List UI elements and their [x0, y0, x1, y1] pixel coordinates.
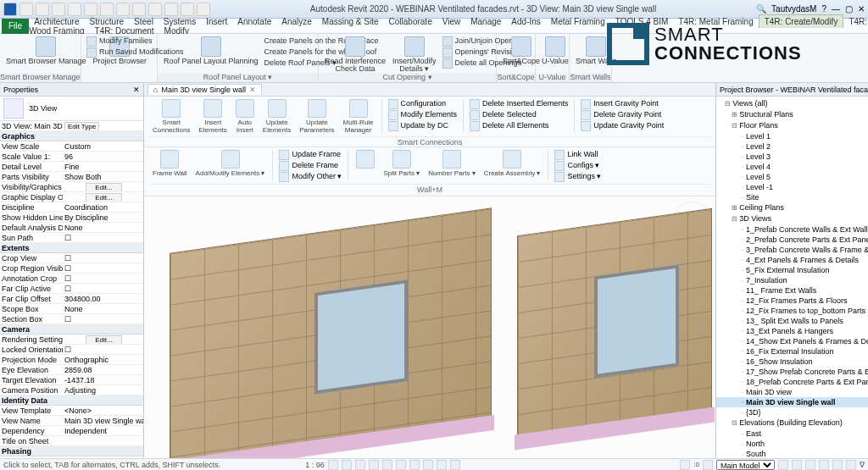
select-face-icon[interactable] [832, 460, 843, 470]
prop-row[interactable]: Visibility/Graphics Over...Edit... [0, 182, 143, 192]
tree-node[interactable]: 3D Views [716, 213, 868, 224]
tree-node[interactable]: 4_Ext Panels & Frames & Details [716, 255, 868, 265]
tree-node[interactable]: 2_Prefab Concrete Parts & Ext Panels [716, 235, 868, 245]
insert-modify-details-button[interactable]: Insert/ModifyDetails ▾ [390, 36, 439, 74]
visual-style-icon[interactable] [342, 460, 352, 470]
save-icon[interactable] [36, 3, 49, 16]
editable-only-icon[interactable] [778, 460, 788, 470]
tree-node[interactable]: 13_ Split Ext Walls to Panels [716, 316, 868, 326]
tree-node[interactable]: Level -1 [716, 182, 868, 192]
lock-3d-icon[interactable] [423, 460, 433, 470]
delete-gravity-point-button[interactable]: Delete Gravity Point [579, 109, 665, 120]
tree-node[interactable]: Site [716, 192, 868, 202]
scale-label[interactable]: 1 : 96 [305, 461, 325, 469]
prop-row[interactable]: Crop View☐ [0, 253, 143, 263]
configs--button[interactable]: Configs ▾ [553, 160, 603, 171]
tree-node[interactable]: 16_Fix External Insulation [716, 346, 868, 357]
tree-node[interactable]: 17_Show Prefab Concrete Parts & Ext Pane… [716, 367, 868, 377]
print-icon[interactable] [100, 3, 114, 16]
link-wall-button[interactable]: Link Wall [553, 149, 603, 160]
number-parts-button[interactable]: Number Parts ▾ [425, 149, 479, 182]
selection-count-icon[interactable] [680, 460, 690, 470]
redo-icon[interactable] [84, 3, 97, 16]
prop-row[interactable]: View ScaleCustom [0, 141, 143, 152]
temphide-icon[interactable] [437, 460, 447, 470]
tree-node[interactable]: South [716, 449, 868, 458]
prop-row[interactable]: DisciplineCoordination [0, 202, 143, 213]
crop-icon[interactable] [396, 460, 406, 470]
prop-row[interactable]: Far Clip Active☐ [0, 284, 143, 294]
tree-node[interactable]: 11_ Frame Ext Walls [716, 285, 868, 296]
read-interference-button[interactable]: Read InterferenceCheck Data [322, 36, 388, 74]
filter-icon[interactable] [703, 460, 713, 470]
crop-region-icon[interactable] [409, 460, 420, 470]
tree-node[interactable]: Main 3D view Single wall [716, 397, 868, 407]
open-icon[interactable] [19, 3, 33, 16]
smart-connections-button[interactable]: SmartConnections [149, 98, 193, 135]
multi-rule-manager-button[interactable]: Multi-RuleManager [340, 98, 377, 135]
project-tree[interactable]: Views (all)Structural PlansFloor PlansLe… [716, 97, 868, 458]
undo-icon[interactable] [68, 3, 81, 16]
prop-row[interactable]: Default Analysis Display...None [0, 223, 143, 233]
prop-group-camera[interactable]: Camera [0, 324, 143, 335]
delete-selected-button[interactable]: Delete Selected [468, 109, 570, 120]
delete-inserted-elements-button[interactable]: Delete Inserted Elements [468, 98, 570, 109]
prop-row[interactable]: View NameMain 3D view Single wall [0, 416, 143, 426]
update-by-dc-button[interactable]: Update by DC [387, 120, 459, 131]
prop-row[interactable]: Annotation Crop☐ [0, 274, 143, 284]
tab-metal-framing[interactable]: Metal Framing [546, 15, 610, 28]
tab-t4r-create-modify[interactable]: T4R: Create/Modify [759, 14, 844, 28]
tree-node[interactable]: {3D} [716, 407, 868, 417]
delete-all-elements-button[interactable]: Delete All Elements [468, 120, 570, 131]
sun-path-icon[interactable] [355, 460, 365, 470]
u-value-button[interactable]: U-Value [539, 36, 571, 66]
dim-icon[interactable] [132, 3, 146, 16]
tree-node[interactable]: 5_Fix External Insulation [716, 265, 868, 275]
tree-node[interactable]: Main 3D view [716, 387, 868, 397]
smart-browser-manage-button[interactable]: Smart Browser Manage [3, 36, 89, 66]
maximize-icon[interactable]: ▢ [845, 4, 853, 14]
update-frame-button[interactable]: Update Frame [277, 149, 343, 160]
shadows-icon[interactable] [369, 460, 379, 470]
tab-view[interactable]: View [437, 15, 466, 28]
detail-level-icon[interactable] [328, 460, 338, 470]
workset-select[interactable]: Main Model [716, 460, 775, 470]
frame-wall-button[interactable]: Frame Wall [149, 149, 191, 182]
tab-massing-site[interactable]: Massing & Site [317, 15, 384, 28]
update-parameters-button[interactable]: UpdateParameters [296, 98, 337, 135]
tab-collaborate[interactable]: Collaborate [384, 15, 437, 28]
switch-icon[interactable] [181, 3, 194, 16]
modify-elements-button[interactable]: Modify Elements [387, 109, 459, 120]
prop-row[interactable]: Rendering SettingsEdit... [0, 335, 143, 345]
tab-tools-4-bim[interactable]: TOOLS 4 BIM [610, 15, 674, 28]
settings--button[interactable]: Settings ▾ [553, 171, 603, 182]
insert-gravity-point-button[interactable]: Insert Gravity Point [579, 98, 665, 109]
panel-close-icon[interactable]: ✕ [133, 83, 140, 96]
tree-node[interactable]: 18_Prefab Concrete Parts & Ext Panels & … [716, 377, 868, 387]
update-elements-button[interactable]: UpdateElements [259, 98, 294, 135]
close-icon[interactable]: ✕ [858, 4, 865, 14]
prop-row[interactable]: Title on Sheet [0, 436, 143, 446]
tree-node[interactable]: 12_Fix Frames Parts & Floors [716, 296, 868, 306]
close-hidden-icon[interactable] [197, 3, 210, 16]
user-name[interactable]: TautvydasM [771, 4, 816, 14]
group-label[interactable]: Roof Panel Layout ▾ [158, 73, 318, 82]
help-icon[interactable]: ? [821, 4, 826, 14]
prop-row[interactable]: View Template<None> [0, 406, 143, 416]
prop-row[interactable]: Scale Value 1:96 [0, 152, 143, 162]
smart-walls-button[interactable]: Smart Walls [573, 36, 619, 66]
roof-panel-layout-button[interactable]: Roof Panel Layout Planning [161, 36, 261, 66]
drag-elements-icon[interactable] [846, 460, 856, 470]
prop-row[interactable]: Graphic Display OptionsEdit... [0, 192, 143, 202]
prop-row[interactable]: Parts VisibilityShow Both [0, 172, 143, 182]
tree-node[interactable]: Level 3 [716, 152, 868, 162]
tree-node[interactable]: North [716, 439, 868, 449]
prop-row[interactable]: DependencyIndependent [0, 426, 143, 436]
prop-row[interactable]: Projection ModeOrthographic [0, 355, 143, 365]
prop-row[interactable]: Detail LevelFine [0, 162, 143, 172]
tree-node[interactable]: Elevations (Building Elevation) [716, 417, 868, 429]
tree-node[interactable]: Level 1 [716, 131, 868, 141]
wall-tool-button[interactable] [353, 149, 378, 182]
text-icon[interactable] [164, 3, 178, 16]
tree-node[interactable]: Structural Plans [716, 109, 868, 120]
